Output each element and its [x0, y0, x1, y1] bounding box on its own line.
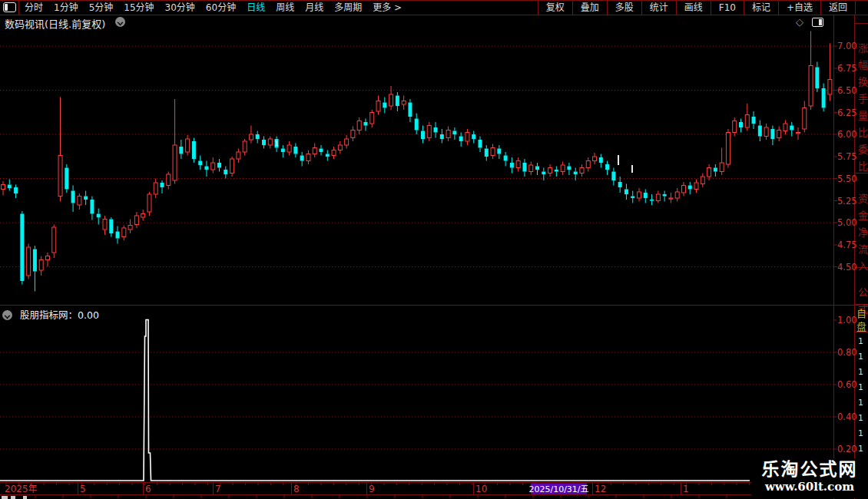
chart-canvas[interactable]: 7.006.756.506.256.005.755.505.255.004.75… [0, 0, 868, 499]
candle [784, 121, 787, 135]
candle [446, 127, 450, 142]
candle [421, 126, 425, 144]
candle [198, 156, 202, 170]
period-tab-月线[interactable]: 月线 [300, 1, 329, 15]
candle [326, 150, 330, 161]
watermark-url: www.60lt.com [751, 480, 868, 494]
layout-icon[interactable] [3, 2, 16, 12]
panel-toggle-icon[interactable] [812, 18, 823, 27]
candle [555, 167, 558, 177]
sidebar-list-number[interactable]: 1 [858, 367, 863, 377]
period-tab-30分钟[interactable]: 30分钟 [160, 1, 200, 15]
toolbar-button-统计[interactable]: 统计 [641, 1, 676, 15]
diamond-icon[interactable]: ◇ [796, 16, 803, 28]
candle [122, 226, 126, 241]
periods-toolbar: 分时1分钟5分钟15分钟30分钟60分钟日线周线月线多周期更多 > 复权叠加多股… [0, 0, 868, 15]
right-sidebar[interactable]: 涨幅换手量比委比资金净流入公式自盘11111111 [856, 15, 868, 499]
candle [803, 101, 807, 133]
clipped-glyphs [23, 496, 27, 499]
sidebar-list-number[interactable]: 1 [858, 336, 863, 346]
candle [574, 168, 578, 181]
candle [52, 225, 56, 259]
period-tab-15分钟[interactable]: 15分钟 [118, 1, 159, 15]
toolbar-button-复权[interactable]: 复权 [538, 1, 572, 15]
indicator-name-value: 股朋指标网：0.00 [20, 309, 99, 321]
price-axis-label: 5.00 [837, 217, 857, 228]
candle [20, 211, 24, 285]
candle [567, 163, 571, 175]
sidebar-tab[interactable]: 盘 [856, 319, 866, 333]
candle [249, 126, 253, 144]
candles-layer [2, 31, 832, 292]
toolbar-button-画线[interactable]: 画线 [676, 1, 711, 15]
period-tab-60分钟[interactable]: 60分钟 [200, 1, 241, 15]
candle [192, 138, 196, 164]
period-tab-多周期[interactable]: 多周期 [329, 1, 367, 15]
candle [313, 144, 316, 158]
period-tab-分时[interactable]: 分时 [19, 1, 48, 15]
candle [281, 145, 285, 157]
toolbar-button-返回[interactable]: 返回 [820, 1, 856, 15]
indicator-axis-label: 0.40 [837, 411, 857, 422]
date-month-label: 10 [475, 484, 487, 494]
candle [624, 184, 628, 200]
candle [707, 164, 711, 180]
chevron-down-icon[interactable] [115, 17, 125, 27]
price-axis-label: 4.75 [837, 240, 857, 250]
period-tab-5分钟[interactable]: 5分钟 [84, 1, 119, 15]
watermark: 乐淘公式网 www.60lt.com [751, 458, 868, 498]
date-month-label: 12 [595, 484, 606, 494]
candle [300, 152, 304, 167]
candle [650, 194, 654, 205]
sidebar-list-number[interactable]: 1 [858, 428, 863, 438]
candle [548, 164, 552, 177]
date-month-label: 1 [683, 484, 689, 494]
candle [561, 162, 565, 176]
candle [230, 157, 234, 177]
toolbar-button-叠加[interactable]: 叠加 [572, 1, 607, 15]
toolbar-button-+自选[interactable]: +自选 [778, 1, 820, 15]
candle [631, 191, 634, 203]
candle [440, 129, 444, 144]
chevron-down-icon[interactable] [2, 310, 12, 320]
period-tab-1分钟[interactable]: 1分钟 [48, 1, 84, 15]
candle [586, 157, 590, 172]
price-axis-label: 5.25 [837, 196, 857, 207]
period-tab-更多 >[interactable]: 更多 > [367, 1, 407, 15]
candle [345, 135, 349, 149]
candle [593, 153, 597, 164]
date-month-label: 6 [145, 484, 151, 494]
toolbar-button-多股[interactable]: 多股 [607, 1, 641, 15]
candle [243, 139, 247, 156]
indicator-axis-label: 1.00 [837, 315, 857, 326]
candle [770, 126, 774, 146]
candle [809, 31, 813, 111]
indicator-axis-label: 0.60 [837, 379, 857, 390]
candle [720, 148, 724, 176]
candle [599, 154, 603, 168]
toolbar-button-标记[interactable]: 标记 [744, 1, 778, 15]
sidebar-clipped-text[interactable]: 涨幅换手量比委比 [856, 43, 868, 178]
sidebar-clipped-text[interactable]: 资金净流入 [856, 193, 868, 278]
sidebar-list-number[interactable]: 1 [858, 382, 863, 392]
candle [186, 135, 190, 156]
price-axis-label: 6.75 [837, 63, 857, 74]
date-year-label: 2025年 [5, 484, 38, 494]
indicator-label-row: 股朋指标网：0.00 [2, 307, 99, 319]
chart-title: 数码视讯(日线.前复权) [5, 16, 105, 31]
sidebar-list-number[interactable]: 1 [858, 413, 863, 423]
period-tab-日线[interactable]: 日线 [241, 1, 270, 15]
sidebar-list-number[interactable]: 1 [858, 398, 863, 408]
indicator-axis-label: 0.20 [837, 444, 857, 454]
price-axis-label: 4.50 [837, 262, 857, 273]
toolbar-button-F10[interactable]: F10 [711, 1, 744, 15]
candle [39, 256, 43, 276]
candle [363, 119, 367, 131]
price-axis-label: 6.00 [837, 129, 857, 140]
candle [2, 181, 5, 196]
period-tab-周线[interactable]: 周线 [270, 1, 300, 15]
candle [389, 86, 393, 110]
sidebar-list-number[interactable]: 1 [858, 444, 863, 454]
candle [764, 124, 768, 140]
sidebar-list-number[interactable]: 1 [858, 352, 863, 362]
